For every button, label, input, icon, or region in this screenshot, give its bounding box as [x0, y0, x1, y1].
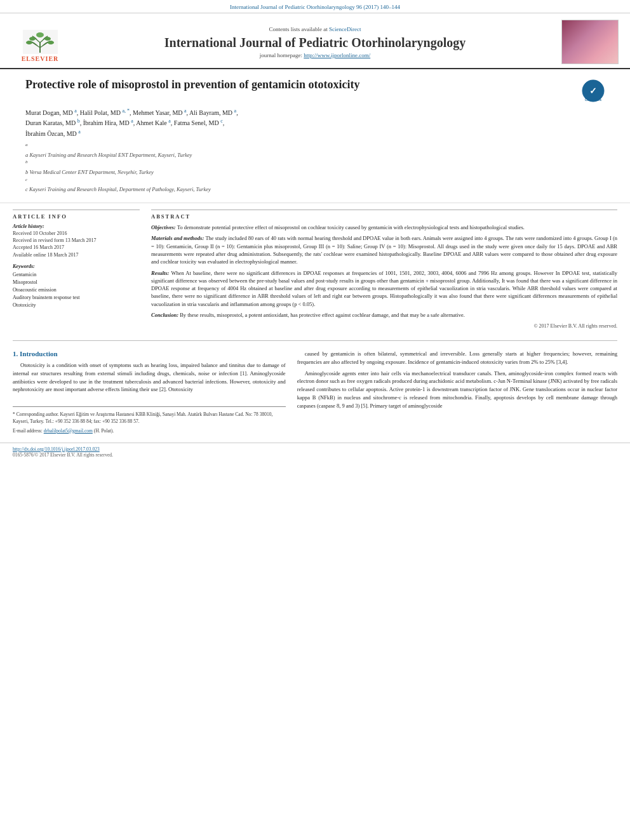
contents-text: Contents lists available at	[269, 26, 329, 32]
email-label: E-mail address:	[13, 428, 43, 434]
article-info-abstract: ARTICLE INFO Article history: Received 1…	[0, 203, 630, 337]
sciencedirect-link[interactable]: ScienceDirect	[329, 26, 361, 32]
affiliations: a a Kayseri Training and Research Hospit…	[25, 142, 605, 194]
issn-text: 0165-5876/© 2017 Elsevier B.V. All right…	[13, 452, 113, 458]
intro-section-title: 1. Introduction	[13, 350, 286, 357]
keyword-2: Misoprostol	[13, 279, 140, 286]
article-header: Protective role of misoprostol in preven…	[0, 69, 630, 203]
svg-text:✓: ✓	[589, 86, 597, 96]
article-title-block: Protective role of misoprostol in preven…	[25, 78, 605, 102]
article-info-header: ARTICLE INFO	[13, 210, 140, 220]
svg-point-4	[26, 41, 32, 44]
abstract-conclusion: Conclusion: By these results, misoprosto…	[151, 311, 617, 319]
email-link[interactable]: drhalilpolat5@gmail.com	[44, 428, 93, 434]
elsevier-logo-block: ELSEVIER	[11, 22, 69, 62]
svg-point-1	[36, 32, 44, 37]
keywords-section: Keywords: Gentamicin Misoprostol Otoacou…	[13, 263, 140, 309]
history-label: Article history:	[13, 223, 140, 229]
abstract-body: Objectives: To demonstrate potential pro…	[151, 223, 617, 330]
doi-link[interactable]: http://dx.doi.org/10.1016/j.ijporl.2017.…	[13, 446, 100, 452]
keyword-1: Gentamicin	[13, 271, 140, 279]
intro-text-right: caused by gentamicin is often bilateral,…	[297, 350, 617, 410]
citation-text: International Journal of Pediatric Otorh…	[230, 4, 400, 10]
email-suffix: (H. Polat).	[94, 428, 114, 434]
svg-text:CrossMark: CrossMark	[585, 98, 601, 102]
revised-date: Received in revised form 13 March 2017	[13, 237, 97, 243]
journal-homepage: journal homepage: http://www.ijporlonlin…	[69, 52, 561, 58]
abstract-col: ABSTRACT Objectives: To demonstrate pote…	[151, 210, 617, 330]
footnote-area: * Corresponding author. Kayseri Eğitim v…	[13, 406, 286, 434]
keyword-5: Ototoxicity	[13, 302, 140, 309]
section-divider	[13, 340, 617, 341]
corresponding-label: * Corresponding author.	[13, 411, 60, 417]
crossmark-icon: ✓ CrossMark	[582, 79, 605, 102]
affiliation-b: b b Versa Medical Center ENT Department,…	[25, 159, 605, 176]
contents-available: Contents lists available at ScienceDirec…	[69, 26, 561, 32]
journal-center: Contents lists available at ScienceDirec…	[69, 26, 561, 58]
body-left-col: 1. Introduction Ototoxicity is a conditi…	[13, 350, 286, 436]
svg-point-2	[29, 37, 36, 41]
footer-bar: http://dx.doi.org/10.1016/j.ijporl.2017.…	[0, 443, 630, 461]
body-right-col: caused by gentamicin is often bilateral,…	[297, 350, 617, 436]
page-wrapper: International Journal of Pediatric Otorh…	[0, 0, 630, 461]
email-line: E-mail address: drhalilpolat5@gmail.com …	[13, 427, 286, 434]
copyright-line: © 2017 Elsevier B.V. All rights reserved…	[151, 323, 617, 330]
received-date: Received 10 October 2016	[13, 230, 67, 236]
abstract-header: ABSTRACT	[151, 210, 617, 220]
keyword-3: Otoacoustic emission	[13, 286, 140, 294]
intro-para-right-2: Aminoglycoside agents enter into hair ce…	[297, 370, 617, 410]
intro-para-right-1: caused by gentamicin is often bilateral,…	[297, 350, 617, 366]
journal-title: International Journal of Pediatric Otorh…	[69, 35, 561, 50]
accepted-date: Accepted 16 March 2017	[13, 244, 64, 250]
online-date: Available online 18 March 2017	[13, 252, 78, 258]
keyword-4: Auditory brainstem response test	[13, 294, 140, 302]
intro-text-left: Ototoxicity is a condition with onset of…	[13, 361, 286, 394]
top-bar: International Journal of Pediatric Otorh…	[0, 0, 630, 13]
keywords-label: Keywords:	[13, 263, 140, 269]
intro-para-1: Ototoxicity is a condition with onset of…	[13, 361, 286, 394]
authors-line: Murat Dogan, MD a, Halil Polat, MD a, *,…	[25, 107, 605, 138]
affiliation-c: c c Kayseri Training and Research Hospit…	[25, 177, 605, 194]
journal-header: ELSEVIER Contents lists available at Sci…	[0, 13, 630, 69]
elsevier-label: ELSEVIER	[22, 55, 59, 62]
elsevier-tree-icon	[23, 30, 58, 54]
history-block: Article history: Received 10 October 201…	[13, 223, 140, 258]
article-info-col: ARTICLE INFO Article history: Received 1…	[13, 210, 140, 330]
elsevier-logo	[15, 22, 65, 54]
homepage-text: journal homepage:	[260, 52, 304, 58]
journal-cover-image	[561, 20, 619, 64]
homepage-link[interactable]: http://www.ijporlonline.com/	[304, 52, 370, 58]
corresponding-author-note: * Corresponding author. Kayseri Eğitim v…	[13, 411, 286, 425]
abstract-results: Results: When At baseline, there were no…	[151, 269, 617, 309]
svg-point-5	[48, 41, 54, 44]
affiliation-a: a a Kayseri Training and Research Hospit…	[25, 142, 605, 159]
svg-point-3	[44, 37, 51, 41]
body-content: 1. Introduction Ototoxicity is a conditi…	[0, 345, 630, 443]
abstract-objectives: Objectives: To demonstrate potential pro…	[151, 223, 617, 231]
abstract-methods: Materials and methods: The study include…	[151, 234, 617, 265]
article-title-text: Protective role of misoprostol in preven…	[25, 78, 360, 91]
